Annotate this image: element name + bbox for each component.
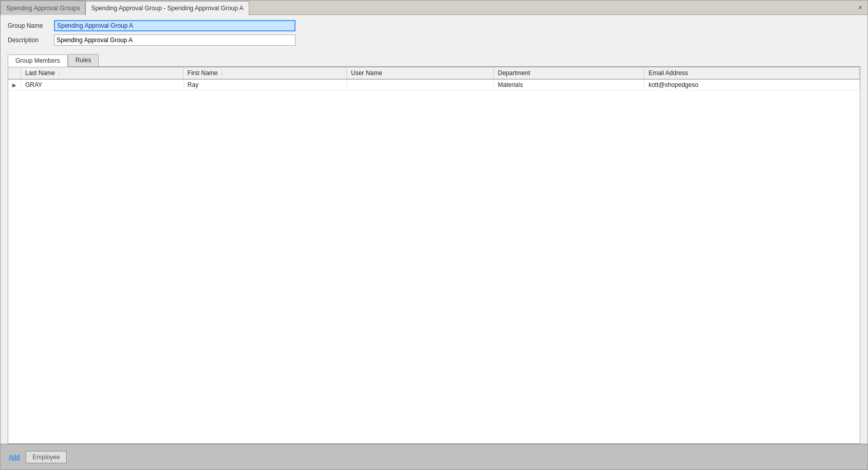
col-arrow bbox=[8, 67, 21, 79]
row-expand-arrow[interactable]: ▶ bbox=[8, 79, 21, 91]
col-user-name[interactable]: User Name bbox=[347, 67, 494, 79]
add-button[interactable]: Add bbox=[6, 451, 23, 463]
inner-tab-bar: Group Members Rules bbox=[8, 54, 860, 67]
tab-spending-approval-groups[interactable]: Spending Approval Groups bbox=[1, 1, 85, 15]
tab-group-members[interactable]: Group Members bbox=[8, 55, 68, 67]
tab-spending-approval-groups-label: Spending Approval Groups bbox=[6, 5, 80, 12]
col-first-name[interactable]: First Name ↑ bbox=[183, 67, 346, 79]
table-header-row: Last Name ↑ First Name ↑ User Name Depar… bbox=[8, 67, 860, 79]
employee-button[interactable]: Employee bbox=[26, 451, 66, 463]
group-name-input[interactable] bbox=[54, 20, 296, 31]
col-last-name[interactable]: Last Name ↑ bbox=[21, 67, 183, 79]
tab-bar: Spending Approval Groups Spending Approv… bbox=[1, 1, 867, 15]
sort-icon-last-name: ↑ bbox=[58, 71, 61, 76]
cell-department: Materials bbox=[493, 79, 644, 91]
description-input[interactable] bbox=[54, 34, 296, 46]
cell-user-name bbox=[347, 79, 494, 91]
group-name-row: Group Name bbox=[8, 20, 860, 31]
content-area: Group Name Description Group Members Rul… bbox=[1, 15, 867, 444]
main-window: Spending Approval Groups Spending Approv… bbox=[0, 0, 868, 470]
members-table-container: Last Name ↑ First Name ↑ User Name Depar… bbox=[8, 67, 860, 444]
tab-spending-approval-group-a-label: Spending Approval Group - Spending Appro… bbox=[91, 5, 243, 12]
table-row[interactable]: ▶GRAYRayMaterialskott@shopedgeso bbox=[8, 79, 860, 91]
group-name-label: Group Name bbox=[8, 22, 54, 29]
close-button[interactable]: × bbox=[855, 3, 865, 13]
tab-rules[interactable]: Rules bbox=[68, 54, 99, 66]
cell-email: kott@shopedgeso bbox=[644, 79, 859, 91]
members-table: Last Name ↑ First Name ↑ User Name Depar… bbox=[8, 67, 860, 91]
sort-icon-first-name: ↑ bbox=[221, 71, 224, 76]
cell-last-name: GRAY bbox=[21, 79, 183, 91]
description-row: Description bbox=[8, 34, 860, 46]
footer: Add Employee bbox=[1, 444, 867, 469]
col-department[interactable]: Department bbox=[493, 67, 644, 79]
col-email[interactable]: Email Address bbox=[644, 67, 859, 79]
description-label: Description bbox=[8, 37, 54, 44]
tab-spending-approval-group-a[interactable]: Spending Approval Group - Spending Appro… bbox=[85, 1, 249, 15]
cell-first-name: Ray bbox=[183, 79, 346, 91]
